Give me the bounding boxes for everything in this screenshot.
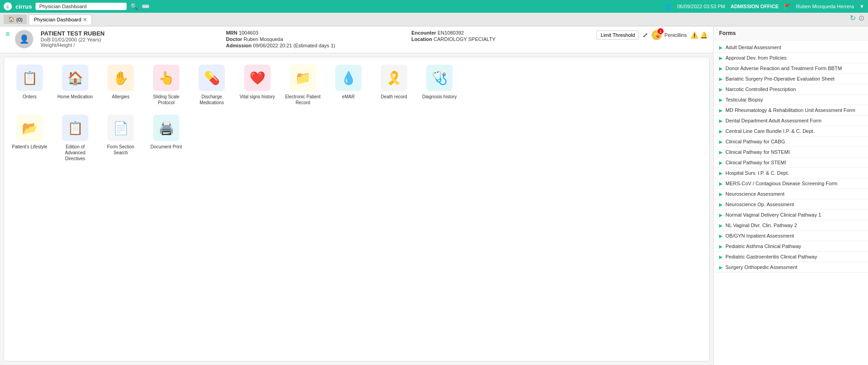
emar-icon-item[interactable]: 💧 eMAR [330, 65, 367, 106]
search-icon[interactable]: 🔍 [130, 3, 138, 10]
advanced-directives-icon: 📋 [62, 115, 88, 141]
form-list-item[interactable]: ▶Neuroscience Op. Assessment [714, 199, 868, 210]
allergies-icon-item[interactable]: ✋ Allergies [102, 65, 139, 106]
form-list-item[interactable]: ▶Dental Department Adult Assessment Form [714, 116, 868, 126]
form-item-label: Donor Adverse Reaction and Treatment For… [725, 66, 842, 71]
settings-icon[interactable]: ⊙ [858, 14, 864, 22]
form-list-item[interactable]: ▶Clinical Pathway for NSTEMI [714, 147, 868, 157]
allergy-label: Penicillins [664, 32, 687, 38]
main-content: ≡ 👤 PATIENT TEST RUBEN DoB 01/01/2000 (2… [0, 26, 868, 365]
form-item-label: Hospital Surv. I.P. & C. Dept. [725, 170, 789, 176]
form-arrow-icon: ▶ [719, 150, 723, 155]
nav-page-title: Physician Dashboard [36, 3, 127, 10]
form-item-label: OB/GYN Inpatient Assessment [725, 233, 794, 238]
close-tab-button[interactable]: ✕ [83, 17, 87, 23]
form-list-item[interactable]: ▶Central Line Care Bundle I.P. & C. Dept… [714, 126, 868, 137]
orders-icon-item[interactable]: 📋 Orders [11, 65, 48, 106]
electronic-patient-record-icon: 📁 [290, 65, 316, 91]
death-record-label: Death record [381, 94, 407, 100]
keyboard-icon[interactable]: ⌨️ [142, 3, 149, 10]
form-list-item[interactable]: ▶Testicular Biopsy [714, 95, 868, 105]
form-list-item[interactable]: ▶OB/GYN Inpatient Assessment [714, 231, 868, 241]
form-list-item[interactable]: ▶Adult Dental Assessment [714, 42, 868, 53]
globe-icon: 🌐 [665, 4, 672, 10]
icons-row-2: 📂 Patient's Lifestyle 📋 Edition of Advan… [11, 115, 702, 162]
warning-icons: ⚠️ 🔔 [690, 31, 708, 39]
form-list-item[interactable]: ▶Donor Adverse Reaction and Treatment Fo… [714, 63, 868, 74]
patient-actions: Limit Threshold ⤢ 💊 1 Penicillins ⚠️ 🔔 [597, 30, 708, 40]
allergy-count: 1 [658, 28, 664, 34]
death-record-icon-item[interactable]: 🎗️ Death record [376, 65, 412, 106]
form-arrow-icon: ▶ [719, 265, 723, 270]
form-item-label: Pediatric Gastroenteritis Clinical Pathw… [725, 254, 817, 259]
form-list-item[interactable]: ▶Bariatric Surgery Pre-Operative Evaluat… [714, 74, 868, 84]
electronic-patient-record-icon-item[interactable]: 📁 Electronic Patient Record [285, 65, 321, 106]
patients-lifestyle-icon-item[interactable]: 📂 Patient's Lifestyle [11, 115, 48, 162]
icons-row-1: 📋 Orders 🏠 Home Medication ✋ Allergies 👆… [11, 65, 702, 106]
form-arrow-icon: ▶ [719, 202, 723, 207]
patient-avatar: 👤 [15, 30, 33, 48]
document-print-icon-item[interactable]: 🖨️ Document Print [148, 115, 184, 162]
form-arrow-icon: ▶ [719, 223, 723, 228]
home-icon: 🏠 [8, 16, 15, 22]
hamburger-menu[interactable]: ≡ [5, 30, 10, 38]
patient-doctor: Doctor Ruben Mosqueda [226, 36, 404, 42]
form-list-item[interactable]: ▶MD Rheumatology & Rehabilitation Unit A… [714, 105, 868, 116]
document-print-label: Document Print [151, 144, 182, 150]
home-medication-icon: 🏠 [62, 65, 88, 91]
form-item-label: Surgery Orthopedic Assessment [725, 264, 797, 270]
form-list-item[interactable]: ▶Clinical Pathway for STEMI [714, 157, 868, 168]
form-list-item[interactable]: ▶Pediatric Asthma Clinical Pathway [714, 241, 868, 252]
datetime: 06/09/2022 03:53 PM [677, 4, 725, 9]
logo-icon: c [4, 2, 12, 10]
sliding-scale-icon-item[interactable]: 👆 Sliding Scale Protocol [148, 65, 184, 106]
form-list-item[interactable]: ▶Surgery Orthopedic Assessment [714, 262, 868, 273]
form-arrow-icon: ▶ [719, 76, 723, 81]
physician-dashboard-tab[interactable]: Physician Dashboard ✕ [29, 15, 92, 25]
form-item-label: MERS-CoV / Contagious Disease Screening … [725, 181, 837, 186]
form-arrow-icon: ▶ [719, 244, 723, 249]
form-list-item[interactable]: ▶Clinical Pathway for CABG [714, 137, 868, 147]
form-arrow-icon: ▶ [719, 160, 723, 165]
death-record-icon: 🎗️ [381, 65, 407, 91]
form-list-item[interactable]: ▶Normal Vaginal Delivery Clinical Pathwa… [714, 210, 868, 220]
orders-label: Orders [23, 94, 37, 100]
form-arrow-icon: ▶ [719, 139, 723, 144]
form-item-label: Neuroscience Op. Assessment [725, 202, 794, 207]
form-item-label: Clinical Pathway for STEMI [725, 160, 786, 165]
form-item-label: NL Vaginal Dlvr. Clin. Pathway 2 [725, 223, 797, 228]
diagnosis-history-icon-item[interactable]: 🩺 Diagnosis history [421, 65, 458, 106]
form-section-search-icon-item[interactable]: 📄 Form Section Search [102, 115, 139, 162]
patient-dob: DoB 01/01/2000 (22 Years) [41, 37, 219, 42]
discharge-medications-icon-item[interactable]: 💊 Discharge Medications [194, 65, 230, 106]
limit-threshold-button[interactable]: Limit Threshold [597, 30, 639, 40]
vital-signs-icon-item[interactable]: ❤️ Vital signs history [239, 65, 276, 106]
home-tab[interactable]: 🏠 (0) [4, 15, 27, 24]
office-label: ADMISSION OFFICE [730, 4, 779, 9]
advanced-directives-icon-item[interactable]: 📋 Edition of Advanced Directives [57, 115, 93, 162]
user-menu[interactable]: Ruben Mosqueda Herrera [796, 4, 854, 9]
form-list-item[interactable]: ▶Hospital Surv. I.P. & C. Dept. [714, 168, 868, 178]
home-medication-icon-item[interactable]: 🏠 Home Medication [57, 65, 93, 106]
emar-icon: 💧 [335, 65, 362, 91]
form-list-item[interactable]: ▶MERS-CoV / Contagious Disease Screening… [714, 178, 868, 189]
form-list-item[interactable]: ▶Pediatric Gastroenteritis Clinical Path… [714, 252, 868, 262]
resize-icon[interactable]: ⤢ [643, 31, 648, 39]
user-dropdown-icon[interactable]: ▼ [859, 4, 864, 9]
form-arrow-icon: ▶ [719, 97, 723, 102]
form-list-item[interactable]: ▶NL Vaginal Dlvr. Clin. Pathway 2 [714, 220, 868, 231]
form-item-label: Narcotic Controlled Prescription [725, 86, 796, 92]
refresh-icon[interactable]: ↻ [850, 14, 856, 22]
electronic-patient-record-label: Electronic Patient Record [285, 94, 321, 106]
nav-right-section: 🌐 06/09/2022 03:53 PM ADMISSION OFFICE 🚩… [665, 4, 864, 10]
discharge-medications-label: Discharge Medications [194, 94, 230, 106]
bell-icon: 🔔 [700, 31, 708, 39]
diagnosis-history-icon: 🩺 [426, 65, 453, 91]
form-arrow-icon: ▶ [719, 129, 723, 134]
vital-signs-label: Vital signs history [240, 94, 275, 100]
form-list-item[interactable]: ▶Neuroscience Assessment [714, 189, 868, 199]
form-list-item[interactable]: ▶Narcotic Controlled Prescription [714, 84, 868, 95]
form-item-label: MD Rheumatology & Rehabilitation Unit As… [725, 107, 855, 113]
vital-signs-icon: ❤️ [244, 65, 271, 91]
form-list-item[interactable]: ▶Approval Dev. from Policies [714, 53, 868, 63]
